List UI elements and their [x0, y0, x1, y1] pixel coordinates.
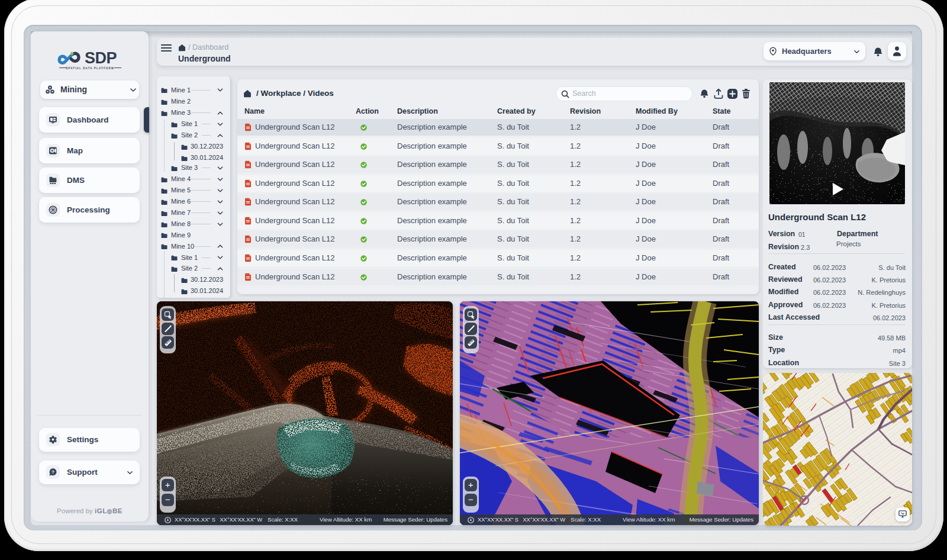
- svg-text:?: ?: [51, 469, 54, 475]
- svg-text:SPATIAL DATA PLATFORM: SPATIAL DATA PLATFORM: [66, 67, 114, 70]
- svg-text:SDP: SDP: [85, 49, 117, 67]
